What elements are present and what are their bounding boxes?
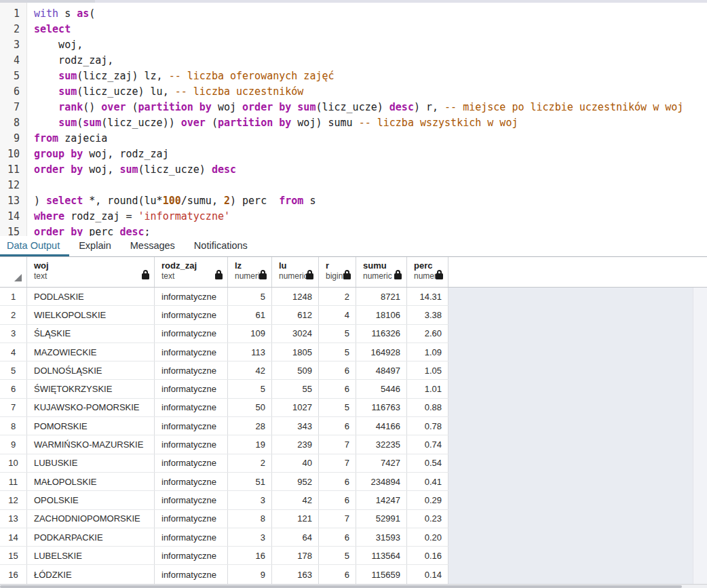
code-line[interactable]: woj, [34,37,707,53]
cell-woj[interactable]: WARMIŃSKO-MAZURSKIE [27,435,155,453]
cell-perc[interactable]: 0.20 [407,528,448,546]
cell-lu[interactable]: 343 [272,417,319,435]
sql-editor[interactable]: 123456789101112131415 with s as(select w… [0,3,707,236]
cell-lu[interactable]: 40 [272,454,319,472]
code-line[interactable]: rank() over (partition by woj order by s… [34,100,707,115]
cell-woj[interactable]: MAŁOPOLSKIE [27,473,155,490]
cell-rodz_zaj[interactable]: informatyczne [155,380,228,397]
cell-r[interactable]: 7 [319,435,356,453]
horizontal-scrollbar-thumb[interactable] [0,585,682,588]
panel-splitter[interactable] [0,0,707,3]
cell-lu[interactable]: 121 [272,510,319,528]
cell-lu[interactable]: 1248 [272,288,319,305]
cell-woj[interactable]: ŁÓDZKIE [27,565,155,583]
tab-messages[interactable]: Messages [121,236,185,256]
cell-rodz_zaj[interactable]: informatyczne [155,435,228,453]
cell-woj[interactable]: MAZOWIECKIE [27,343,155,361]
cell-sumu[interactable]: 5446 [356,380,407,397]
cell-r[interactable]: 6 [319,491,356,509]
cell-woj[interactable]: POMORSKIE [27,417,155,435]
cell-r[interactable]: 6 [319,528,356,546]
cell-lz[interactable]: 28 [228,417,272,435]
editor-code[interactable]: with s as(select woj, rodz_zaj, sum(licz… [27,3,707,236]
cell-woj[interactable]: WIELKOPOLSKIE [27,306,155,324]
cell-perc[interactable]: 1.01 [407,380,448,397]
cell-woj[interactable]: ŚLĄSKIE [27,325,155,342]
cell-sumu[interactable]: 52991 [356,510,407,528]
cell-lz[interactable]: 50 [228,399,272,416]
cell-lz[interactable]: 19 [228,435,272,453]
cell-r[interactable]: 4 [319,306,356,324]
cell-woj[interactable]: PODLASKIE [27,288,155,305]
cell-sumu[interactable]: 48497 [356,361,407,379]
code-line[interactable]: with s as( [34,6,707,22]
cell-r[interactable]: 6 [319,417,356,435]
cell-lz[interactable]: 61 [228,306,272,324]
row-number[interactable]: 16 [0,565,27,583]
code-line[interactable]: order by perc desc; [34,224,707,236]
cell-rodz_zaj[interactable]: informatyczne [155,343,228,361]
cell-perc[interactable]: 0.41 [407,473,448,490]
cell-lz[interactable]: 109 [228,325,272,342]
cell-perc[interactable]: 1.05 [407,361,448,379]
cell-sumu[interactable]: 32235 [356,435,407,453]
row-number[interactable]: 9 [0,435,27,453]
cell-lz[interactable]: 9 [228,565,272,583]
code-line[interactable]: where rodz_zaj = 'informatyczne' [34,209,707,224]
code-line[interactable]: sum(licz_ucze) lu, -- liczba uczestników [34,84,707,100]
cell-sumu[interactable]: 164928 [356,343,407,361]
column-header-rodz_zaj[interactable]: rodz_zajtext [155,257,228,287]
code-line[interactable] [34,178,707,193]
cell-rodz_zaj[interactable]: informatyczne [155,565,228,583]
cell-rodz_zaj[interactable]: informatyczne [155,417,228,435]
row-number[interactable]: 8 [0,417,27,435]
cell-rodz_zaj[interactable]: informatyczne [155,473,228,490]
cell-lu[interactable]: 612 [272,306,319,324]
cell-lu[interactable]: 178 [272,547,319,564]
cell-sumu[interactable]: 7427 [356,454,407,472]
row-number[interactable]: 1 [0,288,27,305]
cell-lu[interactable]: 42 [272,491,319,509]
code-line[interactable]: rodz_zaj, [34,53,707,68]
cell-lz[interactable]: 5 [228,380,272,397]
cell-sumu[interactable]: 31593 [356,528,407,546]
column-header-woj[interactable]: wojtext [27,257,155,287]
code-line[interactable]: sum(sum(licz_ucze)) over (partition by w… [34,115,707,131]
cell-lu[interactable]: 1027 [272,399,319,416]
cell-r[interactable]: 7 [319,510,356,528]
code-line[interactable]: order by woj, sum(licz_ucze) desc [34,162,707,178]
cell-rodz_zaj[interactable]: informatyczne [155,547,228,564]
cell-perc[interactable]: 0.23 [407,510,448,528]
column-header-sumu[interactable]: sumunumeric [356,257,407,287]
code-line[interactable]: select [34,22,707,37]
cell-lu[interactable]: 163 [272,565,319,583]
cell-lu[interactable]: 64 [272,528,319,546]
cell-lz[interactable]: 16 [228,547,272,564]
cell-rodz_zaj[interactable]: informatyczne [155,288,228,305]
row-number[interactable]: 4 [0,343,27,361]
cell-perc[interactable]: 0.78 [407,417,448,435]
cell-rodz_zaj[interactable]: informatyczne [155,528,228,546]
cell-sumu[interactable]: 8721 [356,288,407,305]
cell-sumu[interactable]: 113564 [356,547,407,564]
cell-lu[interactable]: 3024 [272,325,319,342]
cell-lz[interactable]: 8 [228,510,272,528]
cell-r[interactable]: 5 [319,399,356,416]
tab-explain[interactable]: Explain [69,236,121,256]
column-header-r[interactable]: rbigint [319,257,356,287]
cell-rodz_zaj[interactable]: informatyczne [155,361,228,379]
select-all-corner[interactable] [0,257,27,287]
code-line[interactable]: group by woj, rodz_zaj [34,146,707,162]
cell-woj[interactable]: PODKARPACKIE [27,528,155,546]
cell-sumu[interactable]: 18106 [356,306,407,324]
cell-r[interactable]: 6 [319,361,356,379]
code-line[interactable]: sum(licz_zaj) lz, -- liczba oferowanych … [34,68,707,84]
row-number[interactable]: 6 [0,380,27,397]
cell-woj[interactable]: ŚWIĘTOKRZYSKIE [27,380,155,397]
cell-lu[interactable]: 55 [272,380,319,397]
cell-perc[interactable]: 0.14 [407,565,448,583]
cell-rodz_zaj[interactable]: informatyczne [155,510,228,528]
cell-perc[interactable]: 0.16 [407,547,448,564]
tab-data-output[interactable]: Data Output [0,236,69,256]
code-line[interactable]: from zajecia [34,131,707,146]
